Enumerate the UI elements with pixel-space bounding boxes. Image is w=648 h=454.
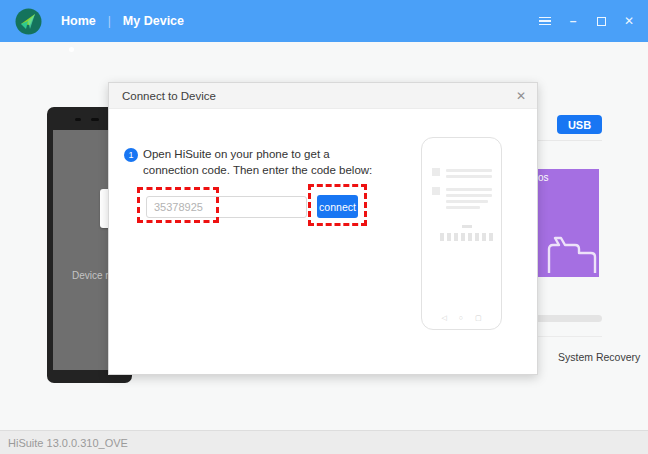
tab-home-label: Home (61, 14, 96, 28)
maximize-icon[interactable] (594, 14, 608, 28)
phone-speaker-icon (75, 118, 81, 121)
phone-mockup-illustration: ◁ ○ ▢ (421, 137, 502, 330)
version-text: HiSuite 13.0.0.310_OVE (8, 437, 128, 449)
step-number-badge: 1 (124, 148, 138, 162)
code-digit-boxes (432, 233, 501, 241)
tab-my-device-label: My Device (123, 14, 184, 28)
recents-icon: ▢ (475, 314, 482, 322)
system-recovery-label[interactable]: System Recovery (558, 351, 648, 363)
android-nav-bar: ◁ ○ ▢ (422, 314, 501, 322)
mockup-skeleton (422, 138, 501, 241)
tab-my-device[interactable]: My Device (121, 10, 186, 32)
tab-home[interactable]: Home (59, 10, 98, 32)
connection-code-input[interactable] (146, 196, 307, 218)
dialog-title: Connect to Device (122, 90, 216, 102)
active-tab-indicator (69, 47, 74, 52)
connect-button[interactable]: connect (317, 195, 358, 218)
skeleton-dash (462, 225, 472, 228)
connect-to-device-dialog: Connect to Device ✕ 1 Open HiSuite on yo… (108, 82, 538, 375)
back-icon: ◁ (441, 314, 446, 322)
videos-tile-label: os (538, 172, 549, 183)
hisuite-window: Home | My Device – ✕ USB os System Recov… (0, 0, 648, 454)
status-bar: HiSuite 13.0.0.310_OVE (0, 430, 648, 454)
home-icon: ○ (459, 314, 463, 322)
usb-mode-button[interactable]: USB (557, 115, 602, 134)
close-icon[interactable]: ✕ (622, 14, 636, 28)
video-camera-icon (545, 229, 597, 277)
phone-camera-icon (91, 118, 99, 121)
skeleton-square (432, 187, 440, 195)
dialog-body: 1 Open HiSuite on your phone to get a co… (109, 109, 537, 375)
app-header: Home | My Device – ✕ (0, 0, 648, 42)
skeleton-square (432, 168, 440, 176)
dialog-titlebar: Connect to Device ✕ (109, 83, 537, 109)
instruction-text: Open HiSuite on your phone to get a conn… (143, 147, 387, 178)
dialog-close-icon[interactable]: ✕ (516, 90, 526, 102)
menu-icon[interactable] (538, 14, 552, 28)
main-nav: Home | My Device (59, 10, 186, 32)
nav-separator: | (108, 14, 111, 28)
window-controls: – ✕ (538, 14, 648, 28)
minimize-icon[interactable]: – (566, 14, 580, 28)
hisuite-logo-icon (15, 8, 42, 35)
